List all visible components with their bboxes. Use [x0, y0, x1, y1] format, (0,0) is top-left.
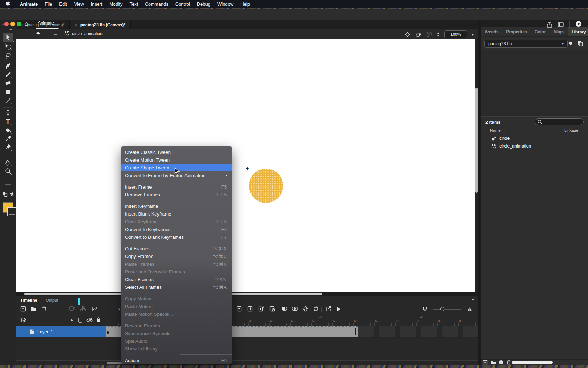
delete-layer-icon[interactable]	[42, 306, 47, 312]
timeline-tab[interactable]: Timeline	[16, 298, 41, 303]
library-item-row[interactable]: circle_animation	[481, 142, 588, 150]
menu-item[interactable]: Paste Motion ›	[121, 302, 232, 310]
menubar-item[interactable]: Modify	[106, 1, 126, 7]
menubar-item[interactable]: Window	[214, 1, 237, 7]
column-header-linkage[interactable]: Linkage	[564, 128, 578, 132]
minimize-window-button[interactable]	[10, 22, 15, 26]
remove-frame-icon[interactable]	[270, 306, 275, 312]
canvas-horizontal-scrollbar[interactable]	[16, 292, 478, 296]
timeline-panel-menu-icon[interactable]: ≡	[471, 298, 474, 303]
menu-item[interactable]: Create Classic Tween ›	[121, 148, 232, 156]
classic-brush-tool[interactable]	[5, 71, 12, 78]
menubar-item[interactable]: Commands	[141, 1, 172, 7]
home-icon[interactable]: ⌂	[24, 20, 28, 27]
library-search-input[interactable]	[535, 118, 584, 125]
menu-item[interactable]: Insert Frame F5 ›	[121, 183, 232, 191]
stroke-color-swatch[interactable]	[7, 207, 16, 216]
scrollbar-thumb[interactable]	[512, 361, 553, 364]
library-item-name[interactable]: circle	[499, 136, 510, 141]
workspace-tab-animate[interactable]: Animate	[35, 21, 57, 26]
asset-warp-tool[interactable]	[5, 144, 12, 151]
auto-keyframe-icon[interactable]: A	[258, 306, 264, 312]
zoom-window-button[interactable]	[17, 22, 21, 26]
snap-center-icon[interactable]	[405, 32, 411, 38]
loop-frames-icon[interactable]	[313, 306, 319, 312]
panel-tab[interactable]: Library	[568, 27, 588, 36]
breadcrumb-symbol-name[interactable]: circle_animation	[72, 31, 103, 36]
properties-info-icon[interactable]: i	[499, 360, 504, 365]
menubar-item[interactable]: View	[71, 1, 88, 7]
rectangle-tool[interactable]	[5, 88, 12, 95]
layer-name[interactable]: Layer_1	[37, 329, 53, 334]
menu-item[interactable]: ›	[121, 241, 232, 245]
timeline-tab[interactable]: Output	[41, 298, 62, 303]
menu-item[interactable]: Clear Frames ⌥⌫ ›	[121, 275, 232, 283]
default-colors-icon[interactable]	[2, 192, 8, 197]
menu-item[interactable]: ›	[121, 198, 232, 202]
menu-item[interactable]: Remove Frames ⇧ F5 ›	[121, 191, 232, 198]
chevron-down-icon[interactable]: ▾	[472, 33, 474, 36]
keyframe-dot[interactable]	[107, 331, 109, 334]
new-layer-icon[interactable]	[20, 306, 26, 312]
menubar-item[interactable]: Animate	[16, 1, 41, 7]
share-icon[interactable]	[547, 22, 552, 28]
export-animation-icon[interactable]	[326, 306, 331, 312]
menu-item[interactable]: Copy Frames ⌥⌘C ›	[121, 252, 232, 260]
timeline-horizontal-scrollbar[interactable]	[16, 360, 478, 366]
library-item-row[interactable]: circle	[481, 135, 588, 142]
panel-tab[interactable]: Properties	[502, 27, 531, 36]
frame-view-chart-icon[interactable]	[92, 306, 97, 312]
menu-item[interactable]: Actions F9 ›	[121, 356, 232, 364]
menu-item[interactable]: ›	[121, 291, 232, 295]
selection-tool[interactable]	[3, 33, 13, 42]
document-tab[interactable]: ✕ pacing23.fla (Canvas)*	[70, 20, 130, 29]
close-icon[interactable]: ✕	[21, 23, 24, 27]
menubar-item[interactable]: Insert	[88, 1, 106, 7]
frame-size-icon[interactable]	[467, 306, 472, 313]
library-item-name[interactable]: circle_animation	[499, 144, 531, 149]
stage-canvas[interactable]	[16, 39, 475, 292]
menu-item[interactable]: Reverse Frames ›	[121, 322, 232, 329]
menu-item[interactable]: Paste Motion Special... ›	[121, 310, 232, 318]
menubar-item[interactable]: Debug	[194, 1, 214, 7]
panel-tab[interactable]: Align	[550, 27, 568, 36]
panel-tab[interactable]: Color	[531, 27, 550, 36]
eraser-tool[interactable]	[5, 79, 12, 86]
menubar-item[interactable]: Edit	[56, 1, 70, 7]
scene-icon[interactable]: ♣	[36, 30, 40, 36]
outline-view-icon[interactable]	[78, 317, 83, 323]
paint-bucket-tool[interactable]	[5, 127, 12, 134]
distribute-to-layers-icon[interactable]	[80, 306, 86, 311]
text-tool[interactable]: T	[5, 118, 12, 125]
menu-item[interactable]: ›	[121, 179, 232, 183]
canvas-vertical-scrollbar[interactable]	[475, 39, 478, 292]
clip-content-icon[interactable]	[427, 32, 432, 37]
edit-multiple-frames-icon[interactable]	[302, 306, 308, 312]
insert-keyframe-icon[interactable]	[237, 306, 242, 312]
menubar-item[interactable]: Help	[237, 1, 253, 7]
menu-item[interactable]: Clear Keyframe ⇧ F6 ›	[121, 218, 232, 225]
menu-item[interactable]: Convert to Keyframes F6 ›	[121, 225, 232, 233]
snap-magnet-icon[interactable]	[422, 306, 428, 312]
free-transform-tool[interactable]	[5, 43, 12, 50]
delete-item-icon[interactable]	[506, 360, 511, 365]
onion-skin-icon[interactable]	[281, 306, 287, 312]
menu-item[interactable]: ›	[121, 353, 232, 356]
menu-item[interactable]: Insert Blank Keyframe ›	[121, 210, 232, 218]
camera-icon[interactable]	[69, 306, 75, 311]
workspace-layout-icon[interactable]	[558, 22, 564, 27]
menu-item[interactable]: Synchronize Symbols ›	[121, 329, 232, 337]
new-symbol-icon[interactable]	[483, 360, 488, 365]
menubar-item[interactable]: Text	[126, 1, 141, 7]
column-divider[interactable]	[561, 128, 561, 134]
line-tool[interactable]	[5, 97, 12, 104]
timeline-zoom-slider-knob[interactable]	[440, 307, 444, 311]
timeline-zoom-slider-track[interactable]	[433, 309, 461, 310]
menu-item[interactable]: Insert Keyframe ›	[121, 202, 232, 210]
menu-item[interactable]: Convert to Blank Keyframes F7 ›	[121, 233, 232, 241]
hand-tool[interactable]	[5, 159, 12, 166]
layer-outline-color-swatch[interactable]	[78, 298, 80, 305]
eyedropper-tool[interactable]	[5, 135, 12, 142]
toolbar-menu-icon[interactable]: ≡	[9, 26, 12, 32]
library-panel-menu-icon[interactable]: ≡	[582, 29, 584, 35]
